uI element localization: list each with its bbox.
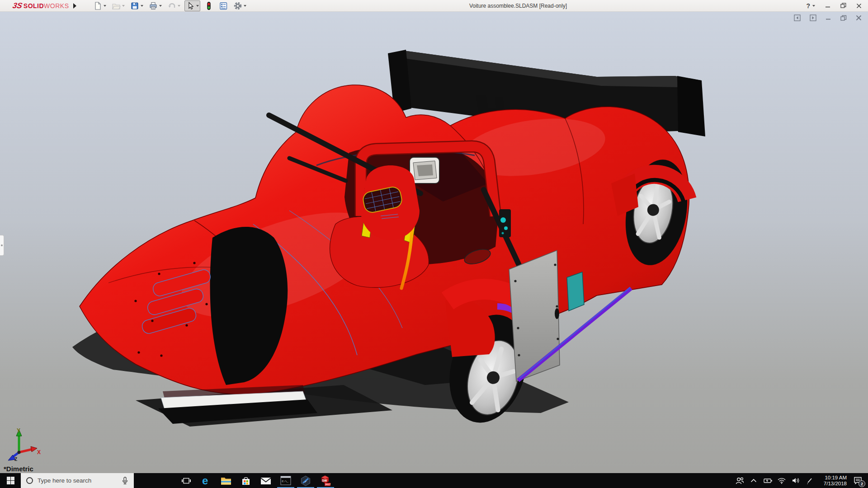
tray-date: 7/13/2018 xyxy=(819,481,847,487)
save-floppy-icon xyxy=(130,1,139,10)
save-button[interactable] xyxy=(129,0,145,11)
start-button[interactable] xyxy=(0,473,21,488)
view-orientation-label: *Dimetric xyxy=(4,465,33,473)
microphone-icon[interactable] xyxy=(122,477,128,485)
battery-charging-icon xyxy=(763,478,773,484)
command-prompt-icon: C:\_ xyxy=(280,476,291,485)
side-panel-gray xyxy=(509,250,560,381)
help-dropdown-caret[interactable] xyxy=(812,5,815,7)
help-button[interactable]: ? xyxy=(806,2,815,9)
action-center-button[interactable]: 2 xyxy=(851,473,864,488)
clock[interactable]: 10:19 AM 7/13/2018 xyxy=(819,475,847,487)
restore-button[interactable] xyxy=(840,3,846,9)
dassault-glyph: 3S xyxy=(12,1,23,10)
svg-text:SW: SW xyxy=(322,479,327,482)
gear-icon xyxy=(233,1,242,10)
command-prompt-button[interactable]: C:\_ xyxy=(276,473,296,488)
previous-pane-button[interactable] xyxy=(794,14,801,21)
dropdown-caret[interactable] xyxy=(141,5,143,7)
next-pane-button[interactable] xyxy=(810,14,816,21)
select-cursor-icon xyxy=(186,1,195,10)
print-icon xyxy=(149,1,158,10)
close-child-button[interactable] xyxy=(856,15,862,21)
panel-splitter-handle[interactable] xyxy=(0,235,4,256)
store-button[interactable] xyxy=(236,473,256,488)
show-hidden-icons-button[interactable] xyxy=(749,473,759,488)
graphics-area[interactable]: Y X Z *Dimetric xyxy=(0,12,868,473)
brand-works: WORKS xyxy=(44,2,69,9)
dropdown-caret[interactable] xyxy=(244,5,246,7)
people-button[interactable] xyxy=(735,473,745,488)
options-button[interactable] xyxy=(232,0,248,11)
pen-icon xyxy=(806,477,813,484)
people-icon xyxy=(735,477,744,485)
mail-button[interactable] xyxy=(256,473,276,488)
triad-y-label: Y xyxy=(17,427,20,434)
brand-solid: SOLID xyxy=(24,2,44,9)
stoplight-icon xyxy=(204,1,213,10)
network-button[interactable] xyxy=(777,473,787,488)
window-title: Voiture assomblee.SLDASM [Read-only] xyxy=(248,3,806,9)
open-button[interactable] xyxy=(110,0,126,11)
triad-x-label: X xyxy=(37,449,41,455)
solidworks-app-icon: SW 2017 xyxy=(320,475,331,487)
taskbar-apps: e xyxy=(176,473,335,488)
hexagon-app-icon xyxy=(300,475,311,486)
speaker-icon xyxy=(792,477,800,484)
open-folder-icon xyxy=(112,1,121,10)
minimize-child-button[interactable] xyxy=(826,15,831,21)
view-orientation-triad: Y X Z xyxy=(5,426,42,461)
windows-logo-icon xyxy=(7,477,14,484)
solidworks-app-button[interactable]: SW 2017 xyxy=(316,473,335,488)
door-glass-teal xyxy=(567,272,584,311)
svg-text:C:\_: C:\_ xyxy=(282,480,289,483)
svg-text:2017: 2017 xyxy=(325,483,330,486)
svg-text:e: e xyxy=(202,475,208,487)
taskbar-search-input[interactable]: Type here to search xyxy=(21,473,134,488)
minimize-button[interactable] xyxy=(825,3,830,9)
volume-button[interactable] xyxy=(791,473,801,488)
battery-button[interactable] xyxy=(763,473,773,488)
quick-toolbar xyxy=(92,0,248,11)
rebuild-stoplight-button[interactable] xyxy=(203,0,215,11)
mdi-window-controls xyxy=(794,14,862,21)
display-settings-button[interactable] xyxy=(217,0,229,11)
dropdown-caret[interactable] xyxy=(122,5,125,7)
driver-helmet xyxy=(361,165,420,240)
dropdown-caret[interactable] xyxy=(159,5,162,7)
menu-flyout-arrow-icon[interactable] xyxy=(73,3,76,9)
window-controls: ? xyxy=(806,2,862,9)
close-button[interactable] xyxy=(856,3,862,9)
windows-taskbar: Type here to search e xyxy=(0,473,868,488)
new-document-button[interactable] xyxy=(92,0,108,11)
model-3d-view[interactable] xyxy=(0,12,868,473)
restore-child-button[interactable] xyxy=(840,15,847,21)
notification-badge: 2 xyxy=(859,480,865,487)
pen-button[interactable] xyxy=(805,473,815,488)
print-button[interactable] xyxy=(147,0,163,11)
dropdown-caret[interactable] xyxy=(178,5,180,7)
wifi-icon xyxy=(777,477,786,484)
task-view-button[interactable] xyxy=(176,473,196,488)
dropdown-caret[interactable] xyxy=(196,5,199,7)
door-latch xyxy=(555,308,559,319)
new-document-icon xyxy=(93,1,102,10)
undo-arrow-icon xyxy=(167,1,176,10)
file-explorer-icon xyxy=(221,476,231,486)
edge-button[interactable]: e xyxy=(196,473,216,488)
solidworks-logo: 3S SOLID WORKS xyxy=(13,1,69,10)
chevron-up-icon xyxy=(750,479,757,483)
mail-icon xyxy=(260,476,271,485)
list-settings-icon xyxy=(219,1,228,10)
dropdown-caret[interactable] xyxy=(104,5,106,7)
help-icon: ? xyxy=(806,2,810,9)
undo-button[interactable] xyxy=(166,0,182,11)
search-placeholder: Type here to search xyxy=(38,477,122,484)
3d-app-button[interactable] xyxy=(296,473,316,488)
select-tool-button[interactable] xyxy=(184,0,200,11)
file-explorer-button[interactable] xyxy=(216,473,236,488)
tray-time: 10:19 AM xyxy=(819,475,847,481)
triad-z-label: Z xyxy=(14,457,17,461)
edge-icon: e xyxy=(200,475,212,487)
cortana-icon xyxy=(26,477,33,484)
